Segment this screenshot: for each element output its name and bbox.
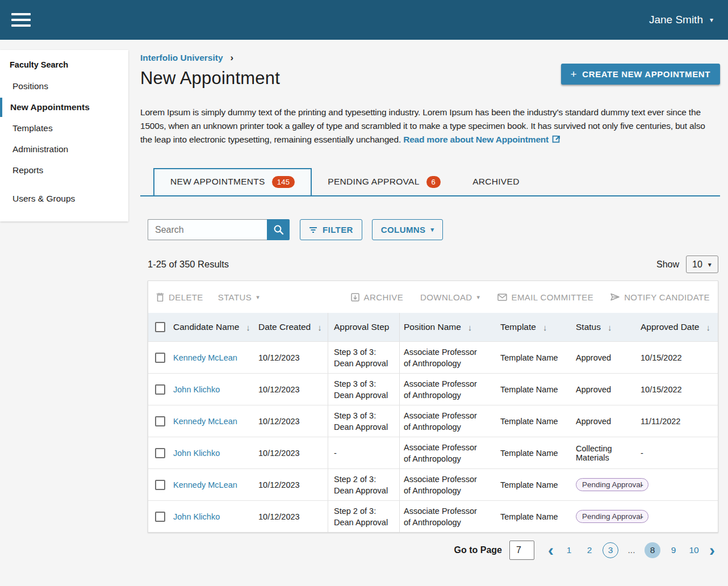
status-text: Collecting Materials [576,444,637,462]
tab-count-badge: 145 [272,176,295,188]
sidebar-item-administration[interactable]: Administration [0,140,128,159]
sidebar-item-users-groups[interactable]: Users & Groups [0,189,128,208]
row-checkbox[interactable] [155,512,165,522]
tab-pending-approval[interactable]: PENDING APPROVAL 6 [312,168,457,195]
approval-step-cell: Step 2 of 3:Dean Approval [334,474,388,496]
row-checkbox[interactable] [155,416,165,426]
send-icon [610,293,620,301]
page-size-select[interactable]: 10 ▾ [686,256,718,273]
column-header-candidate-name[interactable]: Candidate Name↓ [173,313,258,341]
sidebar-item-templates[interactable]: Templates [0,119,128,138]
column-header-approved-date[interactable]: Approved Date↓ [641,313,718,341]
position-name-cell: Associate Professorof Anthropology [404,410,477,433]
table-row: Kennedy McLean 10/12/2023 Step 3 of 3:De… [148,405,718,437]
notify-candidate-button[interactable]: NOTIFY CANDIDATE [610,292,710,302]
table-header-row: Candidate Name↓ Date Created↓ Approval S… [148,313,718,341]
approval-step-cell: Step 3 of 3:Dean Approval [334,378,388,401]
create-new-appointment-button[interactable]: + CREATE NEW APPOINTMENT [561,64,720,85]
tab-bar: NEW APPOINTMENTS 145 PENDING APPROVAL 6 … [140,168,720,196]
breadcrumb-link[interactable]: Interfolio University [140,53,223,63]
tab-new-appointments[interactable]: NEW APPOINTMENTS 145 [153,168,312,195]
delete-button[interactable]: DELETE [156,292,203,302]
read-more-link[interactable]: Read more about New Appointment [403,135,549,144]
template-cell: Template Name [496,501,572,532]
column-header-position-name[interactable]: Position Name↓ [400,313,496,341]
template-cell: Template Name [496,405,572,437]
envelope-icon [497,294,507,301]
position-name-cell: Associate Professorof Anthropology [404,474,477,496]
archive-button[interactable]: ARCHIVE [351,292,403,302]
row-checkbox[interactable] [155,448,165,458]
status-button[interactable]: STATUS ▾ [218,292,260,302]
filter-button[interactable]: FILTER [300,219,362,240]
status-text: Approved [576,353,611,362]
row-checkbox[interactable] [155,353,165,363]
download-button[interactable]: DOWNLOAD ▾ [420,292,480,302]
sidebar-header: Faculty Search [0,56,128,75]
position-name-cell: Associate Professorof Anthropology [404,346,477,369]
pagination: Go to Page ‹ 1 2 3 ... 8 9 10 › [148,541,718,560]
template-cell: Template Name [496,469,572,500]
template-cell: Template Name [496,374,572,405]
sidebar: Faculty Search Positions New Appointment… [0,50,128,221]
columns-button[interactable]: COLUMNS ▾ [372,219,444,240]
user-name: Jane Smith [649,14,703,26]
search-input[interactable] [148,219,267,240]
date-created-cell: 10/12/2023 [258,501,328,532]
candidate-link[interactable]: John Klichko [173,385,220,394]
row-checkbox[interactable] [155,384,165,395]
date-created-cell: 10/12/2023 [258,374,328,405]
external-link-icon [552,135,561,144]
next-page-icon[interactable]: › [707,544,717,556]
candidate-link[interactable]: Kennedy McLean [173,417,237,426]
results-count: 1-25 of 350 Results [148,259,229,270]
tab-count-badge: 6 [426,176,441,188]
column-header-template[interactable]: Template↓ [496,313,572,341]
previous-page-icon[interactable]: ‹ [546,544,556,556]
candidate-link[interactable]: John Klichko [173,449,220,458]
column-header-status[interactable]: Status↓ [572,313,641,341]
page-8-current[interactable]: 8 [645,542,660,558]
trash-icon [156,292,164,302]
page-2[interactable]: 2 [582,542,597,558]
search-group [148,219,290,240]
sidebar-item-new-appointments[interactable]: New Appointments [0,98,128,117]
sort-desc-icon: ↓ [608,323,612,332]
sidebar-item-reports[interactable]: Reports [0,161,128,180]
table-row: John Klichko 10/12/2023 Step 2 of 3:Dean… [148,500,718,532]
approval-step-cell: - [334,447,337,459]
approval-step-cell: Step 2 of 3:Dean Approval [334,505,388,528]
page-10[interactable]: 10 [687,542,701,558]
page-title: New Appointment [140,68,280,89]
bulk-action-bar: DELETE STATUS ▾ ARCHIVE DOWNLOAD ▾ [148,281,718,313]
page-1[interactable]: 1 [562,542,576,558]
status-badge: Pending Approval [576,510,648,523]
candidate-link[interactable]: John Klichko [173,512,220,521]
position-name-cell: Associate Professorof Anthropology [404,378,477,401]
row-checkbox[interactable] [155,480,165,490]
status-text: Approved [576,417,611,426]
table-row: Kennedy McLean 10/12/2023 Step 2 of 3:De… [148,468,718,500]
page-9[interactable]: 9 [666,542,681,558]
select-all-checkbox[interactable] [155,322,165,332]
date-created-cell: 10/12/2023 [258,342,328,373]
main-content: Interfolio University › New Appointment … [140,40,720,560]
sidebar-item-positions[interactable]: Positions [0,77,128,96]
user-menu[interactable]: Jane Smith ▾ [649,14,713,26]
search-button[interactable] [267,219,290,240]
position-name-cell: Associate Professorof Anthropology [404,505,477,528]
goto-page-label: Go to Page [454,545,502,555]
goto-page-input[interactable] [509,541,534,560]
column-header-date-created[interactable]: Date Created↓ [258,313,328,341]
template-cell: Template Name [496,342,572,373]
page-3[interactable]: 3 [603,542,618,558]
tab-archived[interactable]: ARCHIVED [457,168,535,195]
sort-desc-icon: ↓ [468,323,472,332]
candidate-link[interactable]: Kennedy McLean [173,353,237,362]
email-committee-button[interactable]: EMAIL COMMITTEE [497,292,594,302]
candidate-link[interactable]: Kennedy McLean [173,480,237,489]
column-header-approval-step[interactable]: Approval Step [328,313,400,341]
status-badge: Pending Approval [576,478,648,491]
approved-date-cell: 10/15/2022 [641,342,718,373]
hamburger-menu-icon[interactable] [11,13,31,27]
